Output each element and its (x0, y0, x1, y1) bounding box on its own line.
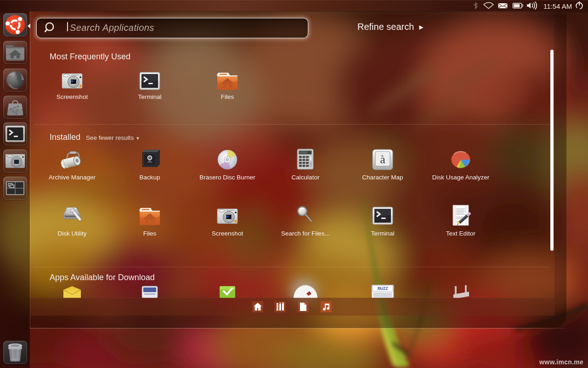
svg-text:à: à (380, 153, 385, 166)
svg-text:BUZZ: BUZZ (378, 286, 388, 291)
